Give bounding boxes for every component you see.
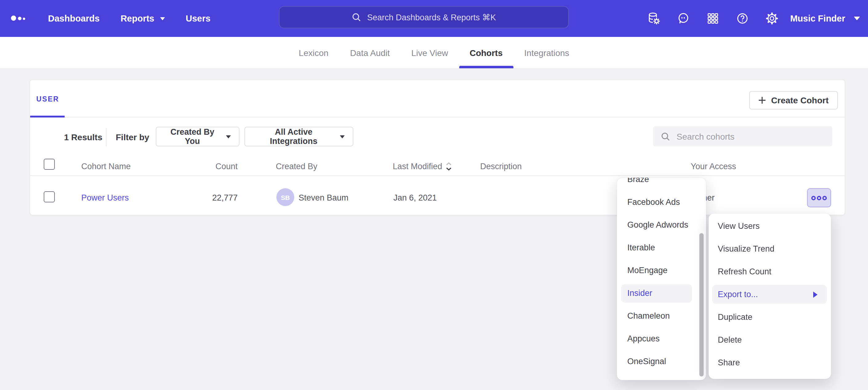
- nav-link-label: Users: [186, 13, 211, 23]
- row-checkbox[interactable]: [44, 191, 55, 202]
- column-header-cohort-name[interactable]: Cohort Name: [81, 162, 131, 171]
- navbar-actions: Music Finder: [631, 0, 860, 37]
- chevron-down-icon: [160, 17, 165, 20]
- cohort-search-input[interactable]: [677, 131, 825, 141]
- tab-integrations[interactable]: Integrations: [524, 37, 569, 68]
- export-target-label: Iterable: [627, 243, 655, 252]
- menu-item-view-users[interactable]: View Users: [709, 215, 831, 237]
- table-header: Cohort Name Count Created By Last Modifi…: [30, 159, 845, 175]
- chevron-down-icon: [854, 17, 860, 20]
- column-header-description[interactable]: Description: [480, 162, 522, 171]
- export-target-label: Insider: [627, 289, 652, 298]
- export-target-facebook-ads[interactable]: Facebook Ads: [617, 191, 706, 214]
- project-picker[interactable]: Music Finder: [790, 13, 860, 23]
- nav-links: DashboardsReportsUsers: [48, 0, 211, 37]
- create-cohort-label: Create Cohort: [771, 95, 829, 105]
- filter-integrations-dropdown[interactable]: All Active Integrations: [244, 127, 353, 147]
- column-header-last-modified[interactable]: Last Modified: [393, 162, 452, 171]
- menu-item-label: Share: [718, 358, 740, 367]
- chevron-down-icon: [226, 135, 231, 138]
- export-target-label: MoEngage: [627, 266, 668, 275]
- divider: [106, 128, 106, 147]
- avatar: SB: [276, 188, 294, 206]
- chevron-down-icon: [340, 135, 345, 138]
- scrollbar-thumb[interactable]: [699, 233, 704, 377]
- column-header-count[interactable]: Count: [190, 162, 238, 171]
- column-header-created-by[interactable]: Created By: [276, 162, 317, 171]
- tab-cohorts[interactable]: Cohorts: [470, 37, 503, 68]
- column-header-your-access[interactable]: Your Access: [691, 162, 736, 171]
- menu-item-label: Delete: [718, 335, 742, 345]
- menu-item-label: Refresh Count: [718, 267, 771, 276]
- menu-item-refresh-count[interactable]: Refresh Count: [709, 260, 831, 283]
- menu-item-share[interactable]: Share: [709, 351, 831, 374]
- menu-item-label: Export to...: [718, 290, 758, 299]
- menu-item-visualize-trend[interactable]: Visualize Trend: [709, 237, 831, 260]
- global-search-placeholder: Search Dashboards & Reports ⌘K: [367, 12, 496, 22]
- export-target-google-adwords[interactable]: Google Adwords: [617, 214, 706, 236]
- filter-integrations-value: All Active Integrations: [253, 127, 334, 146]
- search-icon: [352, 12, 362, 22]
- export-target-moengage[interactable]: MoEngage: [617, 259, 706, 282]
- export-target-appcues[interactable]: Appcues: [617, 327, 706, 350]
- menu-item-label: Visualize Trend: [718, 244, 774, 254]
- filter-created-by-value: Created By You: [164, 127, 220, 146]
- tab-data-audit[interactable]: Data Audit: [350, 37, 390, 68]
- cohort-name-link[interactable]: Power Users: [81, 193, 129, 202]
- row-more-actions-button[interactable]: [807, 188, 831, 207]
- app-root: DashboardsReportsUsers Search Dashboards…: [0, 0, 868, 390]
- secondary-tabs: LexiconData AuditLive ViewCohortsIntegra…: [0, 37, 868, 69]
- mixpanel-dots-logo[interactable]: [9, 12, 30, 25]
- tab-lexicon[interactable]: Lexicon: [299, 37, 329, 68]
- table-row: Power Users 22,777 SB Steven Baum Jan 6,…: [30, 175, 845, 215]
- plus-icon: [758, 97, 766, 104]
- tab-live-view[interactable]: Live View: [411, 37, 448, 68]
- export-target-chameleon[interactable]: Chameleon: [617, 304, 706, 327]
- nav-link-label: Dashboards: [48, 13, 100, 23]
- search-icon: [660, 131, 671, 141]
- nav-link-label: Reports: [121, 13, 155, 23]
- export-target-label: Braze: [627, 178, 649, 184]
- export-target-insider[interactable]: Insider: [617, 282, 706, 304]
- export-to-submenu: BrazeFacebook AdsGoogle AdwordsIterableM…: [617, 178, 706, 380]
- sort-indicator-icon: [446, 162, 452, 171]
- export-target-onesignal[interactable]: OneSignal: [617, 350, 706, 373]
- cohorts-card: USER Create Cohort 1 Results Filter by C…: [30, 79, 845, 215]
- export-target-iterable[interactable]: Iterable: [617, 236, 706, 259]
- nav-link-users[interactable]: Users: [186, 13, 211, 23]
- settings-icon[interactable]: [765, 12, 778, 25]
- global-search[interactable]: Search Dashboards & Reports ⌘K: [279, 6, 569, 28]
- select-all-checkbox[interactable]: [44, 159, 55, 170]
- created-by-name: Steven Baum: [299, 193, 348, 202]
- create-cohort-button[interactable]: Create Cohort: [749, 91, 838, 109]
- active-tab-underline: [30, 115, 65, 118]
- export-target-label: Chameleon: [627, 311, 670, 321]
- apps-grid-icon[interactable]: [706, 12, 719, 25]
- filter-created-by-dropdown[interactable]: Created By You: [156, 127, 240, 147]
- export-target-braze[interactable]: Braze: [617, 178, 706, 191]
- cohort-count: 22,777: [190, 193, 238, 202]
- filter-by-label: Filter by: [116, 132, 149, 142]
- help-icon[interactable]: [735, 12, 749, 25]
- column-header-last-modified-label: Last Modified: [393, 162, 442, 171]
- project-name: Music Finder: [790, 13, 845, 23]
- menu-item-duplicate[interactable]: Duplicate: [709, 306, 831, 328]
- menu-item-delete[interactable]: Delete: [709, 328, 831, 351]
- last-modified-date: Jan 6, 2021: [393, 193, 437, 202]
- card-header: USER Create Cohort: [30, 80, 845, 118]
- row-context-menu: View UsersVisualize TrendRefresh CountEx…: [709, 214, 831, 379]
- tab-user-cohorts[interactable]: USER: [36, 95, 59, 103]
- feedback-icon[interactable]: [676, 12, 690, 25]
- menu-item-label: Duplicate: [718, 313, 752, 322]
- export-target-label: Google Adwords: [627, 220, 688, 229]
- nav-link-reports[interactable]: Reports: [121, 13, 165, 23]
- export-target-label: Appcues: [627, 334, 660, 343]
- data-gear-icon[interactable]: [647, 12, 660, 25]
- results-count: 1 Results: [64, 132, 102, 142]
- export-target-label: Facebook Ads: [627, 197, 680, 207]
- user-tab-label: USER: [36, 95, 59, 103]
- chevron-right-icon: [813, 291, 817, 297]
- top-navbar: DashboardsReportsUsers Search Dashboards…: [0, 0, 868, 37]
- menu-item-export-to[interactable]: Export to...: [709, 283, 831, 306]
- nav-link-dashboards[interactable]: Dashboards: [48, 13, 100, 23]
